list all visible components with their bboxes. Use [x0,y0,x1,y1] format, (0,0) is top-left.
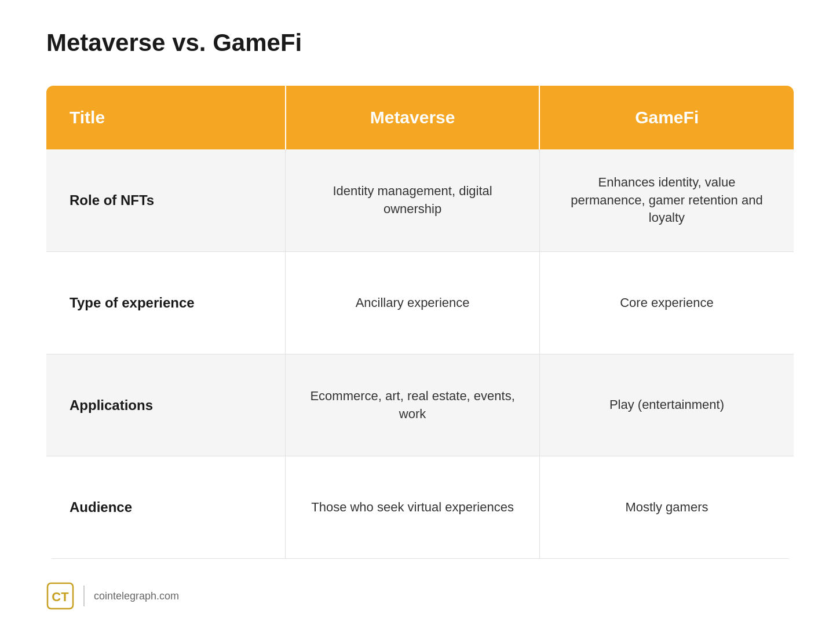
table-row: Audience Those who seek virtual experien… [46,456,794,559]
row-label-nfts: Role of NFTs [46,149,286,252]
row-metaverse-applications: Ecommerce, art, real estate, events, wor… [286,354,540,456]
row-metaverse-experience: Ancillary experience [286,252,540,354]
footer-source: cointelegraph.com [94,590,179,602]
row-gamefi-experience: Core experience [539,252,794,354]
row-gamefi-nfts: Enhances identity, value permanence, gam… [539,149,794,252]
table-row: Applications Ecommerce, art, real estate… [46,354,794,456]
row-metaverse-nfts: Identity management, digital ownership [286,149,540,252]
row-label-applications: Applications [46,354,286,456]
footer-divider [83,586,85,606]
row-gamefi-audience: Mostly gamers [539,456,794,559]
table-row: Type of experience Ancillary experience … [46,252,794,354]
row-label-audience: Audience [46,456,286,559]
page-title: Metaverse vs. GameFi [46,29,794,57]
header-col-title: Title [46,86,286,149]
row-metaverse-audience: Those who seek virtual experiences [286,456,540,559]
svg-text:CT: CT [52,590,69,604]
table-row: Role of NFTs Identity management, digita… [46,149,794,252]
row-label-experience: Type of experience [46,252,286,354]
comparison-table: Title Metaverse GameFi Role of NFTs Iden… [46,86,794,559]
header-col-gamefi: GameFi [539,86,794,149]
cointelegraph-logo-icon: CT [46,582,74,610]
footer: CT cointelegraph.com [46,582,794,610]
row-gamefi-applications: Play (entertainment) [539,354,794,456]
header-col-metaverse: Metaverse [286,86,540,149]
table-header-row: Title Metaverse GameFi [46,86,794,149]
